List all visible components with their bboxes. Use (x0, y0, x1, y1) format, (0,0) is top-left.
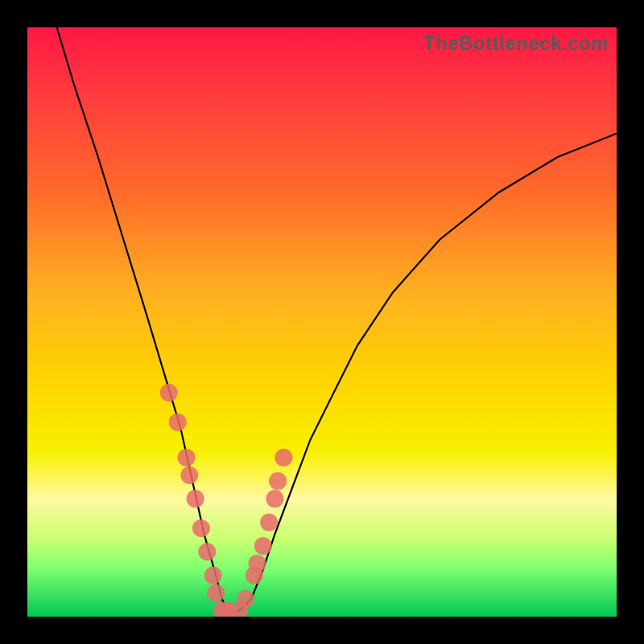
curve-marker (178, 448, 196, 466)
curve-marker (269, 473, 287, 490)
bottleneck-curve (57, 27, 617, 611)
curve-marker (237, 590, 254, 608)
curve-marker (169, 413, 187, 431)
curve-marker (275, 448, 292, 466)
marker-group (160, 384, 293, 617)
curve-marker (160, 384, 178, 402)
curve-marker (260, 514, 278, 531)
curve-marker (254, 537, 272, 555)
plot-area: TheBottleneck.com (27, 27, 617, 617)
curve-marker (266, 490, 283, 508)
curve-marker (249, 555, 266, 572)
curve-marker (204, 567, 222, 584)
chart-svg (27, 27, 617, 617)
chart-stage: TheBottleneck.com (0, 0, 644, 644)
curve-marker (198, 543, 216, 561)
curve-marker (192, 519, 210, 537)
curve-marker (187, 490, 204, 508)
curve-marker (180, 466, 198, 484)
curve-marker (207, 584, 225, 602)
